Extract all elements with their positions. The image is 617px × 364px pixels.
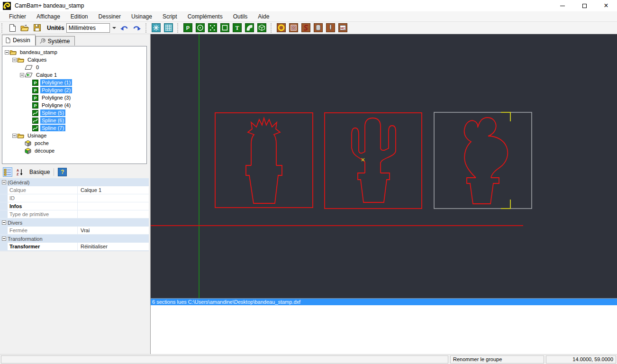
categorized-view-button[interactable] (3, 167, 12, 177)
save-button[interactable] (32, 23, 42, 33)
menu-item-fichier[interactable]: Fichier (4, 12, 31, 21)
property-row[interactable]: Type de primitive (0, 210, 149, 218)
property-row[interactable]: Infos (0, 202, 149, 210)
units-dropdown-arrow-icon[interactable] (111, 23, 118, 33)
property-row[interactable]: CalqueCalque 1 (0, 186, 149, 194)
units-value[interactable]: Millimètres (66, 23, 110, 33)
minimize-button[interactable] (552, 0, 573, 11)
property-category[interactable]: (Général) (0, 178, 149, 186)
tree-item[interactable]: Spline (7) (2, 124, 146, 132)
open-file-button[interactable] (19, 23, 30, 33)
toolbar-grip[interactable] (1, 23, 4, 33)
cactus-1-pot[interactable] (246, 165, 282, 203)
tree-item[interactable]: Calques (2, 56, 146, 64)
cactus-2-pot[interactable] (358, 173, 390, 202)
collapse-toggle-icon[interactable] (12, 58, 17, 62)
undo-button[interactable] (119, 23, 130, 33)
stamp-frame-1[interactable] (215, 113, 313, 208)
mop-engrave-button[interactable] (301, 23, 311, 33)
restore-button[interactable] (573, 0, 595, 11)
mop-profile-button[interactable] (289, 23, 299, 33)
tab-systeme[interactable]: Système (36, 36, 75, 46)
tree-item[interactable]: poche (2, 139, 146, 147)
tree-item[interactable]: bandeau_stamp (2, 48, 146, 56)
status-log-line[interactable]: 6 sections lues C:\Users\amandine\Deskto… (151, 298, 617, 305)
tree-item[interactable]: Spline (6) (2, 117, 146, 124)
property-value[interactable]: Calque 1 (78, 186, 149, 194)
menu-item-usinage[interactable]: Usinage (126, 12, 157, 21)
tree-item-label[interactable]: Usinage (26, 132, 48, 139)
mop-pocket-button[interactable] (276, 23, 287, 33)
tree-item-label[interactable]: bandeau_stamp (18, 49, 59, 55)
collapse-toggle-icon[interactable] (4, 50, 9, 55)
tree-item-label[interactable]: Calques (26, 56, 48, 63)
menu-item-outils[interactable]: Outils (228, 12, 253, 21)
tree-item-label[interactable]: Spline (6) (40, 117, 65, 124)
property-category[interactable]: Divers (0, 218, 149, 227)
property-value[interactable] (78, 210, 149, 218)
help-button[interactable]: ? (58, 168, 67, 176)
toolbar-grip[interactable] (271, 23, 273, 33)
tree-item[interactable]: PPolyligne (2) (2, 86, 146, 94)
tree-item-label[interactable]: Polyligne (1) (40, 79, 72, 86)
collapse-toggle-icon[interactable] (0, 220, 8, 225)
tree-item-label[interactable]: 0 (35, 64, 40, 71)
sort-alphabetical-button[interactable]: A Z (15, 167, 25, 177)
tree-item-label[interactable]: Calque 1 (35, 72, 58, 78)
cactus-3-body[interactable] (464, 118, 508, 178)
toolbar-grip[interactable] (145, 23, 148, 33)
mop-heightcut-button[interactable]: HC (338, 23, 348, 33)
close-button[interactable]: × (595, 0, 617, 11)
tree-item[interactable]: Spline (5) (2, 109, 146, 117)
draw-arc-button[interactable] (245, 23, 255, 33)
tree-item-label[interactable]: découpe (33, 147, 56, 154)
tree-item[interactable]: PPolyligne (3) (2, 94, 146, 101)
tree-item-label[interactable]: poche (33, 140, 50, 146)
drawing-tree[interactable]: bandeau_stampCalques0Calque 1PPolyligne … (2, 46, 147, 164)
property-row[interactable]: ID (0, 194, 149, 202)
menu-item-dessiner[interactable]: Dessiner (93, 12, 126, 21)
tree-item-label[interactable]: Polyligne (2) (40, 87, 72, 93)
tree-item[interactable]: 0 (2, 64, 146, 71)
grid-button[interactable] (163, 23, 174, 33)
tree-item-label[interactable]: Polyligne (4) (40, 102, 72, 109)
stamp-frame-3-selected[interactable] (434, 112, 532, 209)
menu-item-affichage[interactable]: Affichage (31, 12, 65, 21)
redo-button[interactable] (132, 23, 142, 33)
tree-item[interactable]: découpe (2, 147, 146, 155)
tree-item[interactable]: PPolyligne (4) (2, 101, 146, 109)
tree-item-label[interactable]: Spline (7) (40, 125, 65, 131)
units-combobox[interactable]: Millimètres (66, 23, 118, 33)
tree-item[interactable]: Calque 1 (2, 71, 146, 79)
draw-rectangle-button[interactable] (220, 23, 230, 33)
collapse-toggle-icon[interactable] (12, 134, 17, 138)
cactus-2-body[interactable] (352, 118, 396, 173)
menu-item-complments[interactable]: Compléments (182, 12, 228, 21)
tab-dessin[interactable]: Dessin (2, 35, 36, 46)
property-value[interactable]: Réinitialiser (78, 243, 149, 250)
toolbar-grip[interactable] (177, 23, 180, 33)
property-category[interactable]: Transformation (0, 235, 149, 243)
draw-circle-button[interactable] (195, 23, 206, 33)
new-file-button[interactable] (7, 23, 18, 33)
menu-item-aide[interactable]: Aide (253, 12, 274, 21)
stamp-frame-2[interactable] (325, 113, 422, 209)
collapse-toggle-icon[interactable] (0, 180, 8, 184)
property-value[interactable] (78, 194, 149, 202)
collapse-toggle-icon[interactable] (0, 237, 8, 241)
draw-points-button[interactable] (208, 23, 218, 33)
mop-drill-button[interactable] (313, 23, 324, 33)
snap-button[interactable] (151, 23, 162, 33)
draw-surface-button[interactable] (257, 23, 267, 33)
property-row[interactable]: TransformerRéinitialiser (0, 243, 149, 251)
tree-item[interactable]: PPolyligne (1) (2, 79, 146, 86)
menu-item-edition[interactable]: Edition (65, 12, 93, 21)
property-row[interactable]: FerméeVrai (0, 227, 149, 235)
draw-text-button[interactable]: T (232, 23, 243, 33)
property-value[interactable]: Vrai (78, 227, 149, 234)
property-value[interactable] (78, 202, 149, 210)
draw-polyline-button[interactable]: P (183, 23, 193, 33)
drawing-canvas[interactable] (151, 34, 617, 298)
tree-item-label[interactable]: Polyligne (3) (40, 94, 72, 101)
tree-item-label[interactable]: Spline (5) (40, 109, 65, 116)
